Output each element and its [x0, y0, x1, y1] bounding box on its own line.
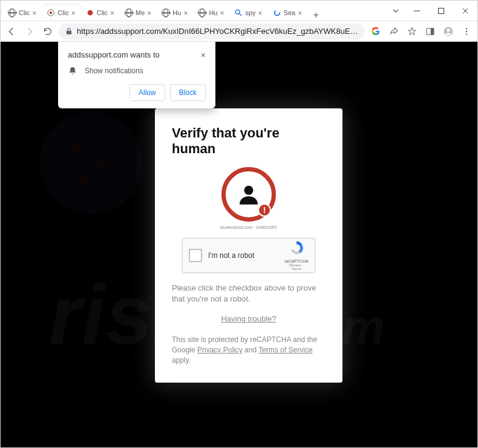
side-panel-icon[interactable]	[423, 24, 437, 39]
minimize-button[interactable]	[405, 2, 429, 19]
image-caption: shutterstock.com · 344661097	[172, 225, 326, 229]
recaptcha-label: I'm not a robot	[208, 251, 278, 260]
page-viewport: PC risk .com Verify that you're human ! …	[1, 42, 477, 447]
popup-title: addssupport.com wants to	[68, 50, 160, 59]
close-icon[interactable]: ×	[258, 9, 266, 16]
globe-icon	[125, 8, 133, 17]
maximize-button[interactable]	[429, 2, 453, 19]
tab-7[interactable]: Sea ×	[269, 5, 309, 21]
privacy-policy-link[interactable]: Privacy Policy	[197, 346, 243, 354]
browser-window: Clic × Clic × Clic × M	[0, 0, 478, 448]
instruction-text: Please click the checkbox above to prove…	[172, 283, 326, 305]
window-controls	[405, 1, 477, 21]
share-icon[interactable]	[387, 24, 401, 39]
legal-text: This site is protected by reCAPTCHA and …	[172, 335, 326, 365]
bell-icon	[68, 66, 77, 76]
svg-point-1	[50, 12, 52, 14]
svg-rect-10	[431, 28, 434, 35]
address-bar[interactable]: https://addssupport.com/KuxIDnI66LPHYoCK…	[59, 24, 365, 39]
tab-title: Clic	[97, 9, 108, 16]
svg-point-16	[40, 111, 143, 214]
tab-3[interactable]: Me ×	[121, 5, 158, 21]
tab-title: Hu	[172, 9, 181, 16]
globe-icon	[162, 8, 170, 17]
reload-button[interactable]	[41, 24, 55, 39]
close-button[interactable]	[453, 2, 477, 19]
svg-point-12	[447, 28, 450, 31]
svg-point-13	[466, 28, 467, 29]
svg-point-2	[87, 10, 93, 16]
close-icon[interactable]: ×	[147, 9, 154, 16]
verify-card: Verify that you're human ! shutterstock.…	[155, 108, 342, 383]
close-icon[interactable]: ×	[32, 9, 39, 16]
url-text: https://addssupport.com/KuxIDnI66LPHYoCK…	[77, 27, 359, 36]
popup-message: Show notifications	[85, 67, 143, 75]
tab-overflow-icon[interactable]	[387, 1, 405, 21]
bug-icon	[86, 8, 94, 17]
svg-point-5	[274, 10, 280, 16]
red-dot-icon	[47, 8, 55, 17]
svg-line-4	[240, 14, 242, 16]
tab-0[interactable]: Clic ×	[4, 5, 43, 21]
tab-4[interactable]: Hu ×	[158, 5, 194, 21]
svg-point-3	[236, 10, 240, 14]
svg-rect-7	[439, 8, 444, 13]
svg-point-15	[466, 33, 467, 35]
recaptcha-checkbox[interactable]	[189, 249, 202, 262]
tab-title: Clic	[57, 9, 68, 16]
close-icon[interactable]: ×	[183, 9, 191, 16]
tab-1[interactable]: Clic ×	[43, 5, 82, 21]
bookmark-icon[interactable]	[405, 24, 419, 39]
tab-title: Hu	[209, 9, 217, 16]
search-icon	[234, 8, 243, 17]
titlebar: Clic × Clic × Clic × M	[1, 1, 477, 21]
allow-button[interactable]: Allow	[129, 84, 165, 101]
close-icon[interactable]: ×	[110, 9, 117, 16]
block-button[interactable]: Block	[170, 84, 206, 101]
tab-title: Me	[136, 9, 145, 16]
tab-2[interactable]: Clic ×	[82, 5, 121, 21]
tab-strip: Clic × Clic × Clic × M	[1, 1, 387, 21]
svg-point-18	[98, 159, 106, 167]
recaptcha-brand: reCAPTCHA	[284, 259, 309, 263]
close-icon[interactable]: ×	[298, 9, 305, 16]
google-search-icon[interactable]	[368, 24, 383, 39]
new-tab-button[interactable]: +	[309, 10, 323, 21]
globe-icon	[198, 8, 206, 17]
tab-title: spy	[245, 9, 255, 16]
close-icon[interactable]: ×	[201, 50, 206, 60]
spinner-icon	[273, 8, 281, 17]
tab-title: Clic	[19, 9, 30, 16]
tab-5[interactable]: Hu ×	[194, 5, 231, 21]
globe-icon	[8, 8, 16, 17]
recaptcha-terms: Privacy - Terms	[284, 263, 309, 271]
menu-icon[interactable]	[459, 24, 474, 39]
back-button[interactable]	[4, 24, 19, 39]
close-icon[interactable]: ×	[220, 9, 227, 16]
terms-of-service-link[interactable]: Terms of Service	[258, 346, 312, 354]
svg-point-14	[466, 30, 467, 31]
recaptcha-logo: reCAPTCHA Privacy - Terms	[284, 240, 309, 271]
recaptcha-widget: I'm not a robot reCAPTCHA Privacy - Term…	[182, 238, 315, 273]
svg-point-23	[244, 186, 254, 195]
card-heading: Verify that you're human	[172, 125, 326, 157]
forward-button[interactable]	[22, 24, 37, 39]
having-trouble-link[interactable]: Having trouble?	[221, 314, 276, 323]
close-icon[interactable]: ×	[71, 9, 79, 16]
notification-permission-popup: addssupport.com wants to × Show notifica…	[58, 42, 215, 108]
lock-icon	[65, 27, 73, 36]
profile-icon[interactable]	[441, 24, 456, 39]
svg-point-17	[70, 142, 82, 154]
svg-point-19	[80, 176, 90, 185]
svg-rect-8	[67, 30, 71, 34]
toolbar: https://addssupport.com/KuxIDnI66LPHYoCK…	[1, 21, 477, 42]
verify-human-icon: !	[221, 167, 276, 222]
tab-title: Sea	[284, 9, 296, 16]
tab-6[interactable]: spy ×	[231, 5, 269, 21]
alert-badge-icon: !	[258, 203, 271, 217]
